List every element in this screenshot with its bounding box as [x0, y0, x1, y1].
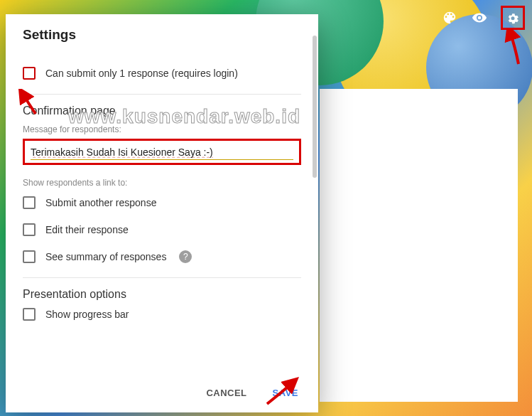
settings-icon[interactable] — [501, 6, 525, 30]
edit-response-row[interactable]: Edit their response — [23, 223, 301, 236]
show-progress-label: Show progress bar — [45, 309, 129, 320]
checkbox-see-summary[interactable] — [23, 250, 36, 263]
show-progress-row[interactable]: Show progress bar — [23, 308, 301, 321]
confirmation-section-title: Confirmation page — [23, 105, 301, 117]
edit-response-label: Edit their response — [45, 224, 129, 235]
header-toolbar — [441, 6, 525, 30]
dialog-title: Settings — [23, 27, 301, 43]
see-summary-row[interactable]: See summary of responses ? — [23, 250, 301, 263]
palette-icon[interactable] — [441, 9, 458, 26]
scrollbar[interactable] — [313, 36, 317, 178]
settings-dialog: Settings Can submit only 1 response (req… — [6, 14, 318, 412]
dialog-content: Settings Can submit only 1 response (req… — [6, 14, 318, 376]
divider — [23, 94, 301, 95]
limit-one-label: Can submit only 1 response (requires log… — [45, 68, 238, 79]
limit-one-response-row[interactable]: Can submit only 1 response (requires log… — [23, 67, 301, 80]
checkbox-show-progress[interactable] — [23, 308, 36, 321]
submit-another-row[interactable]: Submit another response — [23, 196, 301, 209]
checkbox-submit-another[interactable] — [23, 196, 36, 209]
submit-another-label: Submit another response — [45, 197, 156, 208]
preview-icon[interactable] — [471, 9, 488, 26]
see-summary-label: See summary of responses — [45, 251, 166, 262]
show-link-label: Show respondents a link to: — [23, 178, 301, 188]
dialog-actions: CANCEL SAVE — [6, 376, 318, 412]
message-label: Message for respondents: — [23, 124, 301, 134]
message-input-highlight — [23, 139, 301, 165]
confirmation-message-input[interactable] — [31, 145, 293, 160]
presentation-section-title: Presentation options — [23, 288, 301, 301]
background-panel — [320, 89, 518, 402]
cancel-button[interactable]: CANCEL — [203, 383, 249, 402]
help-icon[interactable]: ? — [179, 250, 192, 263]
checkbox-limit-one[interactable] — [23, 67, 36, 80]
save-button[interactable]: SAVE — [270, 383, 301, 402]
divider — [23, 277, 301, 278]
checkbox-edit-response[interactable] — [23, 223, 36, 236]
